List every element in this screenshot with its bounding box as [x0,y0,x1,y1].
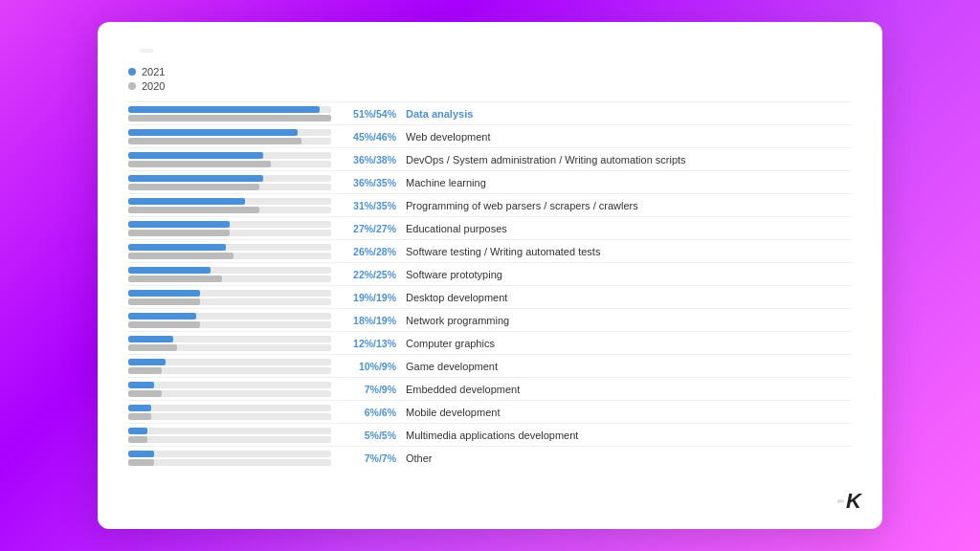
row-label: DevOps / System administration / Writing… [406,154,852,165]
pct-label: 51%/54% [339,108,406,120]
pct-label: 31%/35% [339,200,406,211]
bar-fill-2020 [128,115,331,121]
pct-label: 26%/28% [339,246,406,257]
bar-fill-2021 [128,175,263,182]
bar-fill-2020 [128,207,259,213]
row-label: Game development [406,361,852,372]
table-row: 5%/5%Multimedia applications development [128,423,852,446]
bar-track-2021 [128,221,331,228]
bar-fill-2020 [128,230,230,236]
pct-label: 6%/6% [339,407,406,418]
bar-container [128,382,339,397]
bar-track-2020 [128,298,331,305]
pct-label: 36%/38% [339,154,406,165]
pct-label: 7%/7% [339,452,406,464]
pct-label: 27%/27% [339,223,406,234]
table-row: 27%/27%Educational purposes [128,216,852,239]
bar-fill-2021 [128,382,154,388]
bar-track-2020 [128,390,331,397]
table-row: 26%/28%Software testing / Writing automa… [128,239,852,262]
bar-track-2020 [128,367,331,374]
bar-container [128,405,339,420]
bar-track-2020 [128,184,331,190]
legend-dot [128,82,136,90]
bar-fill-2021 [128,405,151,411]
bar-fill-2021 [128,313,196,320]
row-label: Other [406,452,852,464]
bar-fill-2021 [128,451,154,457]
legend-label: 2020 [142,80,165,92]
bar-container [128,175,339,190]
bar-track-2020 [128,207,331,213]
legend: 20212020 [128,66,852,92]
legend-item: 2020 [128,80,852,92]
bar-fill-2020 [128,138,301,144]
row-label: Network programming [406,315,852,326]
bar-track-2021 [128,175,331,182]
bar-fill-2021 [128,106,320,113]
bar-container [128,267,339,282]
bar-fill-2020 [128,321,200,328]
chart-card: 20212020 51%/54%Data analysis45%/46%Web … [98,22,882,529]
bar-track-2021 [128,129,331,136]
bar-fill-2020 [128,459,154,466]
bar-track-2020 [128,161,331,167]
bar-track-2021 [128,382,331,388]
bar-track-2020 [128,459,331,466]
pct-label: 22%/25% [339,269,406,280]
table-row: 36%/35%Machine learning [128,170,852,193]
brand-k-logo: K [846,489,861,514]
bar-container [128,106,339,121]
bar-fill-2020 [128,253,234,259]
bar-container [128,198,339,213]
bar-fill-2020 [128,390,162,397]
bar-track-2020 [128,321,331,328]
bar-fill-2021 [128,129,298,136]
brand-watermark: •• K [836,489,861,514]
bar-track-2020 [128,253,331,259]
bar-track-2021 [128,152,331,159]
table-row: 51%/54%Data analysis [128,101,852,124]
row-label: Machine learning [406,177,852,188]
bar-container [128,336,339,351]
bar-fill-2020 [128,184,259,190]
table-row: 7%/7%Other [128,446,852,469]
bar-container [128,290,339,305]
bar-fill-2021 [128,221,230,228]
bar-track-2021 [128,313,331,320]
pct-label: 18%/19% [339,315,406,326]
bar-fill-2020 [128,367,162,374]
legend-dot [128,68,136,76]
bar-container [128,359,339,374]
bar-container [128,451,339,466]
row-label: Programming of web parsers / scrapers / … [406,200,852,211]
bar-fill-2021 [128,198,245,205]
bar-fill-2021 [128,244,226,251]
row-label: Mobile development [406,407,852,418]
bar-track-2020 [128,413,331,420]
bar-fill-2021 [128,336,173,342]
row-label: Data analysis [406,108,852,120]
bar-track-2020 [128,436,331,443]
row-label: Computer graphics [406,338,852,349]
pct-label: 7%/9% [339,384,406,395]
row-label: Multimedia applications development [406,430,852,441]
bar-container [128,313,339,328]
bar-track-2021 [128,244,331,251]
card-header [128,49,852,53]
table-row: 7%/9%Embedded development [128,377,852,400]
bar-track-2021 [128,267,331,274]
table-row: 22%/25%Software prototyping [128,262,852,285]
row-label: Software prototyping [406,269,852,280]
row-label: Software testing / Writing automated tes… [406,246,852,257]
table-row: 36%/38%DevOps / System administration / … [128,147,852,170]
bar-container [128,221,339,236]
pct-label: 45%/46% [339,131,406,143]
table-row: 19%/19%Desktop development [128,285,852,308]
bar-fill-2021 [128,152,263,159]
chart-area: 51%/54%Data analysis45%/46%Web developme… [128,101,852,469]
table-row: 31%/35%Programming of web parsers / scra… [128,193,852,216]
bar-fill-2021 [128,290,200,297]
pct-label: 36%/35% [339,177,406,188]
row-label: Web development [406,131,852,143]
